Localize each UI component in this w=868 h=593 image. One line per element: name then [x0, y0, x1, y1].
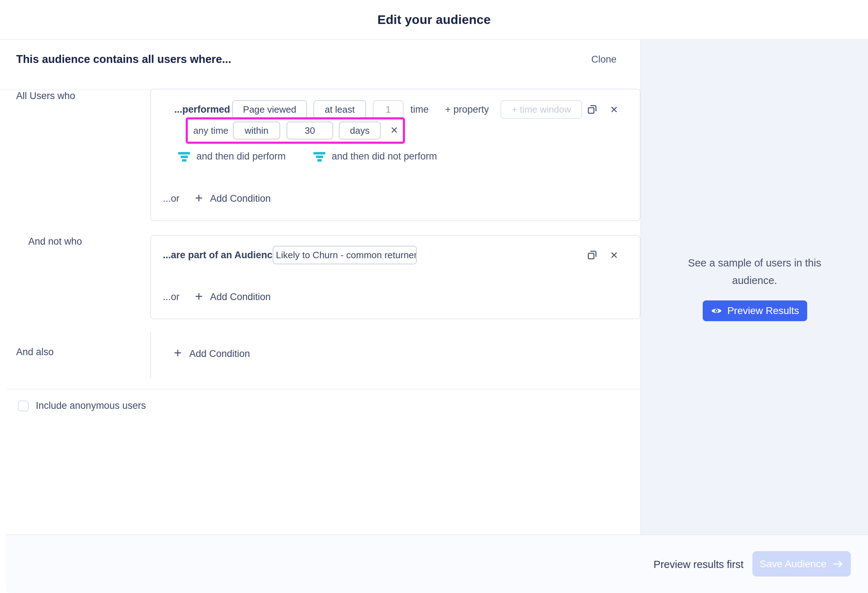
footer-bar: Preview results first Save Audience: [6, 534, 868, 593]
audience-condition-label: ...are part of an Audience: [163, 250, 278, 261]
add-condition-button[interactable]: Add Condition: [189, 348, 250, 360]
plus-icon[interactable]: +: [195, 290, 203, 303]
save-audience-label: Save Audience: [760, 558, 827, 570]
then-did-perform-label: and then did perform: [196, 151, 285, 162]
preview-panel: See a sample of users in this audience. …: [641, 40, 868, 534]
audience-select[interactable]: Likely to Churn - common returners: [273, 246, 417, 264]
time-label: time: [410, 104, 429, 115]
time-window-button[interactable]: + time window: [500, 100, 582, 119]
duplicate-condition-button[interactable]: [586, 249, 598, 262]
builder-heading: This audience contains all users where..…: [16, 53, 231, 66]
page-title: Edit your audience: [378, 13, 491, 27]
plus-icon[interactable]: +: [174, 346, 182, 360]
filter-icon: [313, 152, 326, 162]
operator-select[interactable]: at least: [313, 100, 366, 119]
save-audience-button[interactable]: Save Audience: [753, 551, 851, 577]
eye-icon: [711, 307, 722, 315]
preview-first-hint: Preview results first: [654, 559, 744, 571]
modal-title-bar: Edit your audience: [0, 0, 868, 40]
add-property-button[interactable]: + property: [445, 104, 489, 115]
any-time-label: any time: [193, 125, 228, 136]
remove-time-window-icon[interactable]: ✕: [390, 125, 398, 135]
count-input[interactable]: 1: [373, 100, 404, 119]
or-label: ...or: [163, 193, 180, 204]
copy-icon: [586, 249, 598, 261]
time-window-highlight: any time within 30 days ✕: [186, 117, 405, 144]
filter-icon: [178, 152, 190, 162]
preview-text-line1: See a sample of users in this: [641, 254, 868, 272]
window-value-input[interactable]: 30: [286, 122, 333, 140]
audience-builder: This audience contains all users where..…: [0, 40, 868, 534]
clone-button[interactable]: Clone: [589, 54, 619, 65]
copy-icon: [586, 103, 598, 115]
or-label: ...or: [163, 292, 180, 302]
group-label-all-users: All Users who: [16, 90, 75, 102]
then-did-perform-button[interactable]: and then did perform: [178, 151, 285, 162]
duplicate-condition-button[interactable]: [586, 103, 598, 117]
then-did-not-perform-button[interactable]: and then did not perform: [313, 151, 437, 162]
anonymous-users-row: Include anonymous users: [18, 400, 146, 411]
then-did-not-perform-label: and then did not perform: [332, 151, 437, 162]
remove-condition-icon[interactable]: ✕: [610, 251, 618, 260]
include-anonymous-label: Include anonymous users: [36, 400, 146, 411]
preview-text-line2: audience.: [641, 272, 868, 289]
and-also-divider: [150, 332, 151, 378]
condition-card-audience: ...are part of an Audience Likely to Chu…: [150, 235, 641, 319]
group-label-and-not-who: And not who: [28, 236, 82, 247]
preview-results-button[interactable]: Preview Results: [703, 301, 807, 321]
remove-condition-icon[interactable]: ✕: [610, 105, 618, 115]
condition-card-performed: ...performed Page viewed at least 1 time…: [150, 89, 641, 221]
add-condition-button[interactable]: Add Condition: [210, 193, 271, 204]
preview-results-label: Preview Results: [728, 305, 799, 317]
builder-content: This audience contains all users where..…: [0, 40, 641, 534]
plus-icon[interactable]: +: [195, 191, 203, 205]
within-select[interactable]: within: [233, 122, 280, 140]
arrow-right-icon: [833, 560, 844, 568]
section-divider: [6, 389, 641, 389]
include-anonymous-checkbox[interactable]: [18, 401, 29, 411]
add-condition-button[interactable]: Add Condition: [210, 292, 271, 302]
event-select[interactable]: Page viewed: [232, 100, 307, 119]
preview-panel-text: See a sample of users in this audience.: [641, 254, 868, 289]
group-label-and-also: And also: [16, 347, 54, 358]
window-unit-select[interactable]: days: [339, 122, 381, 140]
performed-label: ...performed: [174, 104, 230, 115]
